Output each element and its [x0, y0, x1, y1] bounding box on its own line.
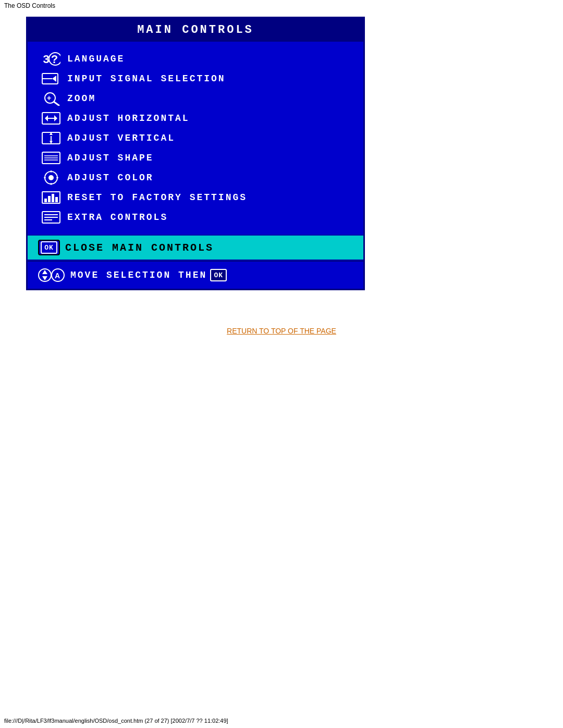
adjust-horiz-label: ADJUST HORIZONTAL [67, 113, 190, 124]
svg-text:A: A [55, 272, 62, 280]
svg-marker-12 [54, 115, 57, 121]
zoom-icon: + [40, 91, 62, 106]
menu-item-adjust-horiz[interactable]: ADJUST HORIZONTAL [38, 108, 353, 128]
return-link-container: RETURN TO TOP OF THE PAGE [16, 322, 547, 340]
osd-panel: MAIN CONTROLS 3 ? LANGUAG [26, 17, 365, 290]
svg-marker-39 [42, 276, 47, 280]
input-signal-icon [40, 71, 62, 86]
svg-rect-30 [48, 196, 51, 202]
extra-controls-icon [40, 210, 62, 225]
svg-line-8 [54, 102, 59, 106]
svg-text:+: + [47, 94, 52, 102]
adjust-shape-label: ADJUST SHAPE [67, 153, 154, 163]
reset-factory-icon [40, 190, 62, 205]
svg-point-27 [48, 175, 54, 180]
svg-rect-32 [55, 197, 58, 202]
zoom-label: ZOOM [67, 93, 96, 104]
osd-menu-list: 3 ? LANGUAGE [28, 42, 363, 235]
osd-footer: A MOVE SELECTION THEN OK [28, 261, 363, 289]
language-icon: 3 ? [40, 52, 62, 66]
osd-close-bar[interactable]: OK CLOSE MAIN CONTROLS [28, 236, 363, 260]
menu-item-extra-controls[interactable]: EXTRA CONTROLS [38, 207, 353, 227]
footer-nav-icon: A [38, 267, 65, 283]
osd-header: MAIN CONTROLS [28, 18, 363, 42]
adjust-shape-icon [40, 151, 62, 165]
footer-label: MOVE SELECTION THEN [70, 270, 207, 280]
close-bar-label: CLOSE MAIN CONTROLS [65, 242, 214, 254]
reset-factory-label: RESET TO FACTORY SETTINGS [67, 192, 247, 203]
menu-item-adjust-shape[interactable]: ADJUST SHAPE [38, 148, 353, 168]
return-to-top-link[interactable]: RETURN TO TOP OF THE PAGE [227, 327, 336, 335]
svg-rect-31 [52, 194, 54, 202]
menu-item-adjust-color[interactable]: ADJUST COLOR [38, 168, 353, 188]
svg-marker-38 [42, 270, 47, 274]
svg-rect-29 [44, 199, 47, 202]
adjust-vert-label: ADJUST VERTICAL [67, 133, 175, 143]
adjust-horiz-icon [40, 111, 62, 126]
menu-item-reset-factory[interactable]: RESET TO FACTORY SETTINGS [38, 188, 353, 207]
language-label: LANGUAGE [67, 54, 125, 64]
close-ok-icon: OK [38, 240, 60, 255]
adjust-vert-icon: ▲ ▼ [40, 131, 62, 145]
svg-marker-11 [45, 115, 48, 121]
adjust-color-icon [40, 170, 62, 185]
extra-controls-label: EXTRA CONTROLS [67, 212, 168, 223]
status-bar: file:///D|/Rita/LF3/lf3manual/english/OS… [4, 718, 228, 724]
svg-marker-5 [52, 76, 56, 82]
menu-item-input-signal[interactable]: INPUT SIGNAL SELECTION [38, 69, 353, 89]
menu-item-zoom[interactable]: + ZOOM [38, 89, 353, 108]
page-title: The OSD Controls [0, 0, 563, 11]
menu-item-adjust-vert[interactable]: ▲ ▼ ADJUST VERTICAL [38, 128, 353, 148]
input-signal-label: INPUT SIGNAL SELECTION [67, 73, 226, 84]
menu-item-language[interactable]: 3 ? LANGUAGE [38, 49, 353, 69]
footer-ok-icon: OK [210, 269, 227, 281]
svg-text:▲: ▲ [48, 131, 55, 136]
adjust-color-label: ADJUST COLOR [67, 172, 154, 183]
